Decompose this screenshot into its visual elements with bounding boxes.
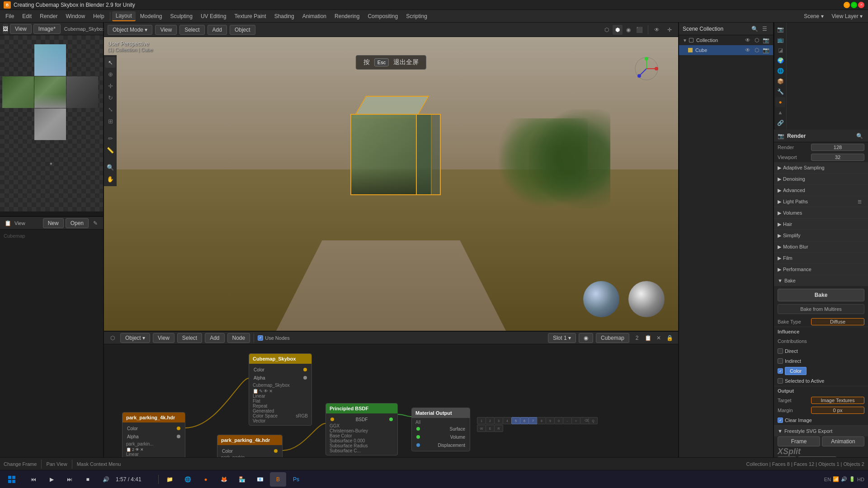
viewport-gizmo[interactable] — [633, 55, 660, 84]
transform-tool-icon[interactable]: ⊞ — [105, 116, 116, 127]
node-material-name[interactable]: Cubemap — [596, 333, 629, 343]
advanced-header[interactable]: ▶ Advanced — [774, 185, 868, 196]
shading-rendered-icon[interactable]: ⬛ — [634, 25, 644, 35]
node-p1-alpha-socket[interactable] — [177, 435, 180, 438]
prop-modifier-icon[interactable]: 🔧 — [775, 87, 785, 97]
close-button[interactable]: ✕ — [858, 2, 864, 8]
node-alpha-socket[interactable] — [303, 376, 307, 380]
annotate-tool-icon[interactable]: ✏ — [105, 133, 116, 144]
props-render-value[interactable]: 128 — [811, 144, 864, 151]
node-p1-t2[interactable]: 2 — [132, 447, 134, 452]
menu-rendering[interactable]: Rendering — [331, 12, 363, 21]
node-output-surface-socket[interactable] — [416, 427, 420, 431]
motion-blur-header[interactable]: ▶ Motion Blur — [774, 241, 868, 252]
simplify-header[interactable]: ▶ Simplify — [774, 230, 868, 241]
menu-uv[interactable]: UV Editing — [197, 12, 230, 21]
viewport-view-btn[interactable]: View — [155, 25, 177, 35]
prop-material-icon[interactable]: ● — [775, 97, 785, 107]
scale-tool-icon[interactable]: ⤡ — [105, 104, 116, 115]
node-node-btn[interactable]: Node — [227, 333, 250, 343]
image-view-btn[interactable]: View — [10, 24, 32, 34]
taskbar-file-btn[interactable]: 📁 — [161, 472, 178, 487]
direct-checkbox[interactable] — [778, 348, 783, 354]
node-p1-color-socket[interactable] — [177, 427, 180, 430]
prop-data-icon[interactable]: ▲ — [775, 108, 785, 117]
node-icon-1[interactable]: 2 — [632, 333, 642, 343]
node-park-1[interactable]: park_parking_4k.hdr Color Alpha park_par… — [122, 412, 185, 457]
object-mode-dropdown[interactable]: Object Mode ▾ — [108, 25, 152, 35]
node-p1-t3[interactable]: 👁 — [135, 447, 139, 452]
menu-texture[interactable]: Texture Paint — [231, 12, 270, 21]
menu-scene[interactable]: Scene ▾ — [800, 12, 827, 21]
node-select-btn[interactable]: Select — [177, 333, 202, 343]
esc-key[interactable]: Esc — [374, 58, 389, 66]
menu-help[interactable]: Help — [90, 12, 108, 21]
selected-to-active-checkbox[interactable] — [778, 378, 783, 384]
prop-output-icon[interactable]: 📺 — [775, 35, 785, 45]
use-nodes-checkbox[interactable] — [258, 335, 263, 341]
node-icon-2[interactable]: 📋 — [643, 333, 653, 343]
menu-sculpting[interactable]: Sculpting — [167, 12, 196, 21]
cube-eye-icon[interactable]: 👁 — [744, 47, 751, 54]
node-color-socket[interactable] — [303, 368, 307, 371]
prop-constraints-icon[interactable]: 🔗 — [775, 118, 785, 128]
cube-object[interactable] — [337, 96, 445, 204]
taskbar-store-btn[interactable]: 🏪 — [234, 472, 250, 487]
volumes-header[interactable]: ▶ Volumes — [774, 207, 868, 218]
node-principled-bsdf[interactable]: Principled BSDF BSDF GGX Christensen-Bur… — [326, 403, 398, 455]
cursor-tool-icon[interactable]: ⊕ — [105, 69, 116, 80]
taskbar-browser-btn[interactable]: 🌐 — [179, 472, 196, 487]
menu-render[interactable]: Render — [36, 12, 61, 21]
move-tool-icon[interactable]: ✛ — [105, 80, 116, 91]
bake-header[interactable]: ▼ Bake — [774, 275, 868, 286]
hair-header[interactable]: ▶ Hair — [774, 219, 868, 230]
minimize-button[interactable]: ─ — [844, 2, 850, 8]
node-cubemap-skybox[interactable]: Cubemap_Skybox Color Alpha Cubemap_Skybo… — [249, 353, 312, 426]
slot-dropdown[interactable]: Slot 1 ▾ — [548, 333, 576, 343]
performance-header[interactable]: ▶ Performance — [774, 264, 868, 275]
select-tool-icon[interactable]: ↖ — [105, 57, 116, 68]
shading-solid-icon[interactable]: ⬢ — [613, 25, 623, 35]
color-swatch[interactable]: Color — [785, 367, 807, 375]
clear-image-checkbox[interactable] — [778, 418, 783, 423]
menu-shading[interactable]: Shading — [271, 12, 298, 21]
shading-wireframe-icon[interactable]: ⬡ — [602, 25, 612, 35]
node-p1-t4[interactable]: ✕ — [140, 447, 144, 452]
node-bsdf-out-socket[interactable] — [389, 418, 393, 421]
bake-type-dropdown[interactable]: Diffuse — [811, 318, 864, 325]
taskbar-blender-btn[interactable]: B — [270, 472, 286, 487]
node-bsdf-in-socket[interactable] — [330, 418, 334, 421]
node-material-icon[interactable]: ◉ — [579, 333, 593, 343]
menu-file[interactable]: File — [2, 12, 18, 21]
denoising-header[interactable]: ▶ Denoising — [774, 174, 868, 184]
taskbar-start-btn[interactable] — [4, 472, 20, 487]
viewport-pan-icon[interactable]: ✋ — [105, 174, 116, 184]
node-icon-3[interactable]: ✕ — [654, 333, 664, 343]
cube-viewport-icon[interactable]: ⬡ — [753, 47, 760, 54]
node-canvas[interactable]: Cubemap_Skybox Color Alpha Cubemap_Skybo… — [104, 344, 678, 457]
bottom-left-open-btn[interactable]: Open — [66, 218, 89, 228]
light-paths-menu-icon[interactable]: ☰ — [854, 197, 864, 206]
margin-value[interactable]: 0 px — [811, 407, 864, 414]
adaptive-sampling-header[interactable]: ▶ Adaptive Sampling — [774, 162, 868, 173]
node-p1-t1[interactable]: 📋 — [126, 447, 131, 452]
media-play-btn[interactable]: ▶ — [43, 472, 60, 487]
node-add-btn[interactable]: Add — [205, 333, 224, 343]
node-p2-color-socket[interactable] — [274, 449, 278, 453]
3d-viewport[interactable]: User Perspective (1) Collection | Cube 按… — [104, 37, 678, 331]
cube-render-icon[interactable]: 📷 — [762, 47, 769, 54]
node-output-disp-socket[interactable] — [416, 443, 420, 447]
node-view-btn[interactable]: View — [153, 333, 175, 343]
menu-animation[interactable]: Animation — [299, 12, 330, 21]
light-paths-header[interactable]: ▶ Light Paths ☰ — [774, 196, 868, 207]
freestyle-header[interactable]: ▼ Freestyle SVG Export — [774, 426, 868, 436]
image-image-btn[interactable]: Image* — [33, 24, 61, 34]
outliner-eye-icon[interactable]: 👁 — [744, 37, 751, 44]
color-checkbox[interactable] — [778, 368, 783, 374]
node-object-btn[interactable]: Object ▾ — [120, 333, 150, 343]
outliner-filter-icon[interactable]: 🔍 — [750, 24, 760, 34]
film-header[interactable]: ▶ Film — [774, 253, 868, 263]
bake-from-multires-btn[interactable]: Bake from Multires — [778, 304, 864, 314]
outliner-viewport-icon[interactable]: ⬡ — [753, 37, 760, 44]
taskbar-chrome-btn[interactable]: ● — [198, 472, 214, 487]
